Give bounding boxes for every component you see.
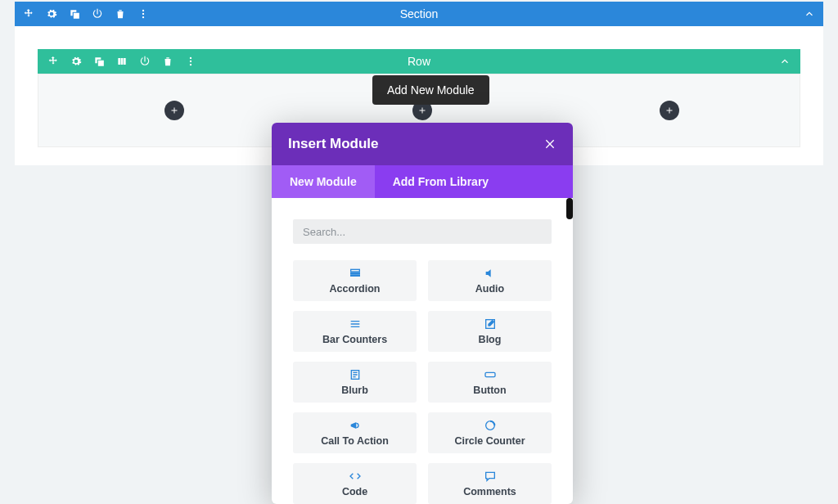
modal-body: Accordion Audio Bar Counters Blog Blurb bbox=[272, 198, 573, 504]
module-code[interactable]: Code bbox=[293, 463, 417, 504]
module-label: Blog bbox=[479, 334, 502, 345]
gear-icon[interactable] bbox=[70, 56, 82, 67]
svg-point-3 bbox=[190, 57, 191, 59]
duplicate-icon[interactable] bbox=[93, 56, 105, 67]
modal-tabs: New Module Add From Library bbox=[272, 165, 573, 198]
section-collapse-button[interactable] bbox=[804, 8, 815, 20]
tab-add-from-library[interactable]: Add From Library bbox=[375, 165, 507, 198]
trash-icon[interactable] bbox=[115, 8, 126, 20]
modal-title: Insert Module bbox=[288, 136, 379, 152]
module-label: Code bbox=[342, 486, 367, 497]
module-audio[interactable]: Audio bbox=[428, 260, 552, 301]
blurb-icon bbox=[349, 368, 362, 381]
code-icon bbox=[349, 470, 362, 483]
tab-new-module[interactable]: New Module bbox=[272, 165, 375, 198]
module-label: Blurb bbox=[341, 385, 368, 396]
move-icon[interactable] bbox=[23, 8, 34, 20]
module-accordion[interactable]: Accordion bbox=[293, 260, 417, 301]
modal-header: Insert Module bbox=[272, 123, 573, 165]
row-collapse-button[interactable] bbox=[779, 56, 791, 67]
svg-point-0 bbox=[142, 10, 144, 11]
move-icon[interactable] bbox=[47, 56, 59, 67]
blog-icon bbox=[484, 317, 497, 331]
comments-icon bbox=[484, 470, 497, 483]
module-label: Audio bbox=[475, 283, 504, 295]
module-button[interactable]: Button bbox=[428, 362, 552, 403]
module-bar-counters[interactable]: Bar Counters bbox=[293, 311, 417, 352]
plus-icon bbox=[169, 106, 179, 115]
module-blurb[interactable]: Blurb bbox=[293, 362, 417, 403]
power-icon[interactable] bbox=[139, 56, 151, 67]
duplicate-icon[interactable] bbox=[69, 8, 80, 20]
trash-icon[interactable] bbox=[162, 56, 173, 67]
section-toolbar bbox=[23, 8, 149, 20]
svg-point-5 bbox=[190, 64, 191, 65]
plus-icon bbox=[417, 106, 427, 115]
gear-icon[interactable] bbox=[46, 8, 57, 20]
plus-icon bbox=[665, 106, 674, 115]
chevron-up-icon bbox=[804, 8, 815, 20]
row-toolbar bbox=[47, 56, 196, 67]
modal-scrollbar[interactable] bbox=[566, 198, 573, 219]
more-icon[interactable] bbox=[137, 8, 149, 20]
close-icon bbox=[543, 137, 556, 151]
module-label: Accordion bbox=[330, 283, 381, 295]
row-bar: Row bbox=[38, 49, 800, 74]
add-module-button-col1[interactable] bbox=[164, 101, 184, 120]
svg-point-4 bbox=[190, 61, 191, 62]
module-grid: Accordion Audio Bar Counters Blog Blurb bbox=[293, 260, 552, 504]
module-search-input[interactable] bbox=[293, 219, 552, 244]
module-label: Bar Counters bbox=[322, 334, 387, 345]
add-module-button-col3[interactable] bbox=[660, 101, 679, 120]
module-label: Circle Counter bbox=[454, 435, 525, 447]
module-call-to-action[interactable]: Call To Action bbox=[293, 412, 417, 453]
circle-counter-icon bbox=[484, 419, 497, 432]
svg-point-2 bbox=[142, 16, 144, 18]
bars-icon bbox=[349, 317, 362, 331]
more-icon[interactable] bbox=[185, 56, 196, 67]
svg-point-1 bbox=[142, 13, 144, 15]
svg-rect-8 bbox=[350, 275, 359, 276]
svg-rect-6 bbox=[350, 269, 359, 272]
module-blog[interactable]: Blog bbox=[428, 311, 552, 352]
add-module-tooltip: Add New Module bbox=[372, 75, 489, 105]
chevron-up-icon bbox=[779, 56, 791, 67]
module-circle-counter[interactable]: Circle Counter bbox=[428, 412, 552, 453]
button-icon bbox=[484, 368, 497, 381]
module-comments[interactable]: Comments bbox=[428, 463, 552, 504]
audio-icon bbox=[484, 267, 497, 280]
megaphone-icon bbox=[349, 419, 362, 432]
section-bar: Section bbox=[15, 2, 823, 26]
module-label: Button bbox=[473, 385, 506, 396]
columns-icon[interactable] bbox=[116, 56, 128, 67]
accordion-icon bbox=[349, 267, 362, 280]
module-label: Call To Action bbox=[321, 435, 389, 447]
power-icon[interactable] bbox=[92, 8, 103, 20]
insert-module-modal: Insert Module New Module Add From Librar… bbox=[272, 123, 573, 504]
modal-close-button[interactable] bbox=[543, 137, 556, 151]
module-label: Comments bbox=[463, 486, 516, 497]
svg-rect-11 bbox=[485, 372, 495, 376]
svg-rect-7 bbox=[350, 272, 359, 273]
